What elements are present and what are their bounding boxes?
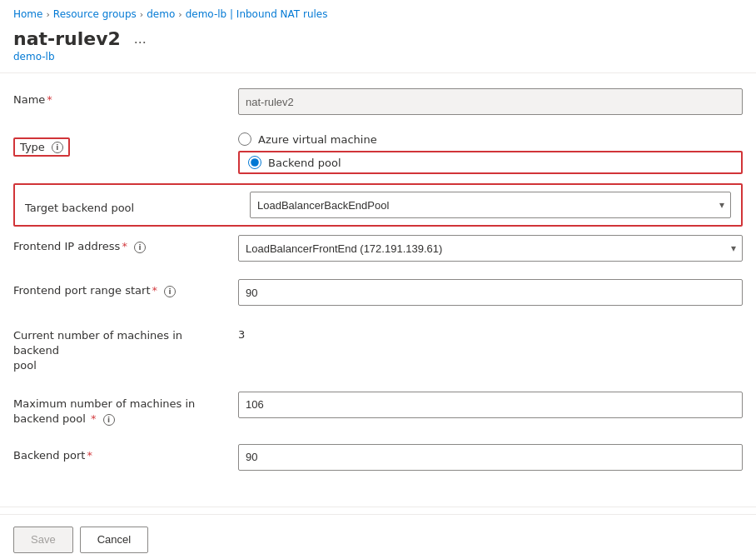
- frontend-port-input[interactable]: [238, 279, 743, 306]
- frontend-port-label: Frontend port range start* i: [13, 279, 238, 297]
- frontend-port-info-icon[interactable]: i: [164, 286, 176, 297]
- breadcrumb-sep-3: ›: [178, 9, 182, 20]
- breadcrumb-sep-1: ›: [46, 9, 49, 20]
- cancel-button[interactable]: Cancel: [80, 527, 148, 553]
- name-input[interactable]: [238, 88, 743, 115]
- name-label: Name*: [13, 88, 238, 106]
- form-container: Name* Type i Azure virtual machine: [0, 80, 756, 493]
- target-backend-pool-label: Target backend pool: [25, 197, 250, 214]
- frontend-ip-select[interactable]: LoadBalancerFrontEnd (172.191.139.61): [238, 235, 743, 262]
- radio-backend-pool[interactable]: Backend pool: [248, 156, 341, 169]
- breadcrumb: Home › Resource groups › demo › demo-lb …: [0, 0, 756, 25]
- current-machines-value: 3: [238, 323, 743, 341]
- target-backend-pool-select[interactable]: LoadBalancerBackEndPool: [250, 192, 731, 218]
- save-button: Save: [13, 527, 73, 553]
- breadcrumb-demo-lb[interactable]: demo-lb | Inbound NAT rules: [186, 8, 328, 20]
- type-radio-group: Azure virtual machine Backend pool: [238, 132, 743, 174]
- ellipsis-button[interactable]: ...: [129, 28, 152, 49]
- current-machines-label: Current number of machines in backend po…: [13, 323, 238, 374]
- max-machines-row: Maximum number of machines in backend po…: [13, 383, 743, 436]
- backend-pool-highlight-box: Backend pool: [238, 151, 743, 174]
- page-title: nat-rulev2: [13, 28, 121, 49]
- header-divider: [0, 72, 756, 73]
- footer-divider: [0, 507, 756, 507]
- type-label-col: Type i: [13, 132, 238, 157]
- radio-azure-vm-input[interactable]: [238, 132, 251, 146]
- breadcrumb-demo[interactable]: demo: [147, 8, 175, 20]
- frontend-port-control: [238, 279, 743, 306]
- max-machines-input[interactable]: [238, 392, 743, 418]
- name-row: Name*: [13, 80, 743, 124]
- frontend-ip-info-icon[interactable]: i: [134, 242, 146, 253]
- backend-port-input[interactable]: [238, 444, 743, 471]
- radio-backend-pool-label: Backend pool: [268, 157, 341, 169]
- current-machines-row: Current number of machines in backend po…: [13, 315, 743, 383]
- frontend-port-row: Frontend port range start* i: [13, 271, 743, 315]
- frontend-ip-row: Frontend IP address* i LoadBalancerFront…: [13, 227, 743, 271]
- footer-bar: Save Cancel: [0, 514, 756, 559]
- frontend-ip-label: Frontend IP address* i: [13, 235, 238, 253]
- breadcrumb-sep-2: ›: [140, 9, 143, 20]
- max-machines-label: Maximum number of machines in backend po…: [13, 392, 238, 427]
- backend-port-label: Backend port*: [13, 444, 238, 462]
- max-machines-info-icon[interactable]: i: [103, 414, 115, 426]
- radio-azure-vm[interactable]: Azure virtual machine: [238, 132, 743, 146]
- type-row: Type i Azure virtual machine Backend poo…: [13, 124, 743, 183]
- type-control: Azure virtual machine Backend pool: [238, 132, 743, 174]
- target-backend-pool-row: Target backend pool LoadBalancerBackEndP…: [13, 183, 743, 227]
- backend-port-row: Backend port*: [13, 436, 743, 480]
- page-header: nat-rulev2 ... demo-lb: [0, 25, 756, 72]
- name-control: [238, 88, 743, 115]
- radio-azure-vm-label: Azure virtual machine: [258, 133, 377, 146]
- breadcrumb-home[interactable]: Home: [13, 8, 42, 20]
- breadcrumb-resource-groups[interactable]: Resource groups: [53, 8, 137, 20]
- frontend-ip-control: LoadBalancerFrontEnd (172.191.139.61) ▾: [238, 235, 743, 262]
- radio-backend-pool-input[interactable]: [248, 156, 261, 169]
- max-machines-control: [238, 392, 743, 418]
- type-highlight-box: Type i: [13, 137, 70, 157]
- target-backend-pool-control: LoadBalancerBackEndPool ▾: [250, 192, 731, 218]
- type-info-icon[interactable]: i: [52, 142, 63, 153]
- backend-port-control: [238, 444, 743, 471]
- page-subtitle: demo-lb: [13, 51, 743, 62]
